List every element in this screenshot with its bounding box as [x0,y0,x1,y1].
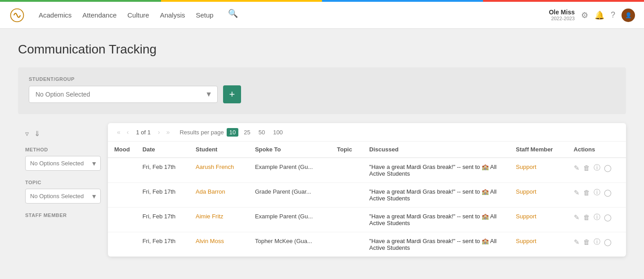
rpp-100-button[interactable]: 100 [270,128,286,137]
add-button[interactable]: + [223,85,241,103]
actions-cell: ✎ 🗑 ⓘ ◯ [568,158,626,183]
next-page-button[interactable]: › [156,128,162,137]
date-cell: Fri, Feb 17th [136,232,189,257]
student-cell[interactable]: Ada Barron [189,183,249,208]
topic-section: TOPIC No Options Selected ▼ [25,180,101,204]
rpp-50-button[interactable]: 50 [256,128,268,137]
filter-label: STUDENT/GROUP [29,76,615,82]
rpp-25-button[interactable]: 25 [241,128,253,137]
staff-member-label: STAFF MEMBER [25,213,101,218]
col-mood: Mood [108,142,136,158]
clock-icon[interactable]: ◯ [604,164,612,172]
table-header-row: Mood Date Student Spoke To Topic Discuss… [108,142,626,158]
filter-icon[interactable]: ▿ [25,129,29,138]
support-link[interactable]: Support [516,164,537,170]
delete-icon[interactable]: 🗑 [583,213,590,221]
discussed-cell: "Have a great Mardi Gras break!" -- sent… [363,208,510,232]
download-icon[interactable]: ⇓ [34,129,40,138]
delete-icon[interactable]: 🗑 [583,164,590,172]
action-icons: ✎ 🗑 ⓘ ◯ [574,164,620,172]
student-group-select[interactable] [29,86,218,103]
student-link[interactable]: Alvin Moss [196,238,224,244]
main-content: Communication Tracking STUDENT/GROUP ▼ +… [0,29,644,270]
prev-page-button[interactable]: ‹ [125,128,131,137]
clock-icon[interactable]: ◯ [604,213,612,221]
clock-icon[interactable]: ◯ [604,238,612,246]
last-page-button[interactable]: » [165,128,172,137]
method-select[interactable]: No Options Selected [25,156,101,171]
staff-member-cell[interactable]: Support [510,208,567,232]
info-icon[interactable]: ⓘ [594,213,600,221]
rpp-label: Results per page [179,129,224,136]
rpp-10-button[interactable]: 10 [227,128,238,137]
clock-icon[interactable]: ◯ [604,189,612,197]
edit-icon[interactable]: ✎ [574,238,580,246]
edit-icon[interactable]: ✎ [574,164,580,172]
actions-cell: ✎ 🗑 ⓘ ◯ [568,232,626,257]
gear-icon[interactable]: ⚙ [581,10,588,20]
col-topic: Topic [331,142,363,158]
topic-select[interactable]: No Options Selected [25,189,101,204]
nav-attendance[interactable]: Attendance [82,9,116,22]
table-row: Fri, Feb 17th Aimie Fritz Example Parent… [108,208,626,232]
table-area: « ‹ 1 of 1 › » Results per page 10 25 50… [108,123,626,257]
mood-cell [108,232,136,257]
topic-cell [331,183,363,208]
table-row: Fri, Feb 17th Aarush French Example Pare… [108,158,626,183]
delete-icon[interactable]: 🗑 [583,238,590,246]
date-cell: Fri, Feb 17th [136,158,189,183]
support-link[interactable]: Support [516,238,537,244]
col-spoke-to: Spoke To [249,142,331,158]
edit-icon[interactable]: ✎ [574,189,580,197]
communications-table: Mood Date Student Spoke To Topic Discuss… [108,142,626,257]
question-icon[interactable]: ? [611,10,615,20]
method-label: METHOD [25,147,101,152]
search-icon[interactable]: 🔍 [228,9,238,22]
bell-icon[interactable]: 🔔 [595,10,604,20]
delete-icon[interactable]: 🗑 [583,189,590,196]
nav-analysis[interactable]: Analysis [160,9,185,22]
nav-setup[interactable]: Setup [196,9,213,22]
student-cell[interactable]: Aimie Fritz [189,208,249,232]
nav-culture[interactable]: Culture [127,9,149,22]
student-cell[interactable]: Alvin Moss [189,232,249,257]
spoke-to-cell: Topher McKee (Gua... [249,232,331,257]
discussed-cell: "Have a great Mardi Gras break!" -- sent… [363,183,510,208]
col-student: Student [189,142,249,158]
staff-member-cell[interactable]: Support [510,232,567,257]
edit-icon[interactable]: ✎ [574,213,580,221]
date-cell: Fri, Feb 17th [136,183,189,208]
mood-cell [108,158,136,183]
staff-member-cell[interactable]: Support [510,183,567,208]
table-row: Fri, Feb 17th Ada Barron Grade Parent (G… [108,183,626,208]
navbar-right: Ole Miss 2022-2023 ⚙ 🔔 ? 👤 [549,9,635,22]
topic-cell [331,158,363,183]
user-avatar[interactable]: 👤 [622,9,635,22]
sidebar-filters: ▿ ⇓ METHOD No Options Selected ▼ TOPIC N… [18,123,108,257]
col-actions: Actions [568,142,626,158]
brand-logo[interactable] [9,7,25,23]
filter-row: ▼ + [29,85,615,103]
nav-academics[interactable]: Academics [39,9,72,22]
staff-member-cell[interactable]: Support [510,158,567,183]
first-page-button[interactable]: « [115,128,122,137]
spoke-to-cell: Example Parent (Gu... [249,158,331,183]
student-link[interactable]: Aarush French [196,164,234,170]
method-section: METHOD No Options Selected ▼ [25,147,101,171]
pagination-info: 1 of 1 [136,129,151,136]
student-link[interactable]: Aimie Fritz [196,213,223,220]
info-icon[interactable]: ⓘ [594,164,600,172]
col-discussed: Discussed [363,142,510,158]
info-icon[interactable]: ⓘ [594,188,600,197]
col-date: Date [136,142,189,158]
student-link[interactable]: Ada Barron [196,188,225,195]
student-cell[interactable]: Aarush French [189,158,249,183]
content-area: ▿ ⇓ METHOD No Options Selected ▼ TOPIC N… [18,123,626,257]
info-icon[interactable]: ⓘ [594,238,600,246]
school-info: Ole Miss 2022-2023 [549,9,575,22]
support-link[interactable]: Support [516,188,537,195]
nav-links: Academics Attendance Culture Analysis Se… [39,9,549,22]
support-link[interactable]: Support [516,213,537,220]
sidebar-toolbar: ▿ ⇓ [25,129,101,138]
action-icons: ✎ 🗑 ⓘ ◯ [574,213,620,221]
